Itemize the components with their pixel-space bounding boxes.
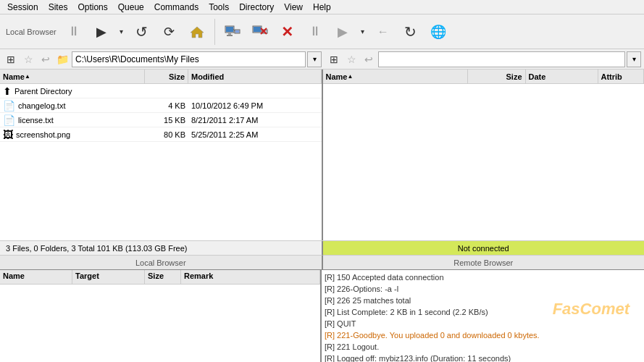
log-line: [R] 226 25 matches total <box>325 295 641 306</box>
svg-rect-6 <box>235 30 239 33</box>
text-file-icon: 📄 <box>3 114 15 126</box>
local-pane: Name Size Modified ⬆Parent Directory 📄ch… <box>0 70 323 240</box>
remote-status: Not connected <box>323 241 645 255</box>
path-input-right[interactable] <box>378 51 625 67</box>
log-pane: [R] 150 Accepted data connection[R] 226-… <box>322 270 644 362</box>
file-name-cell: 📄license.txt <box>0 113 145 127</box>
local-file-row[interactable]: 📄changelog.txt 4 KB 10/10/2012 6:49 PM <box>0 98 322 113</box>
connect-button[interactable] <box>219 19 246 45</box>
path-dropdown-left[interactable]: ▾ <box>307 51 322 67</box>
menu-sites[interactable]: Sites <box>44 1 72 14</box>
svg-rect-2 <box>226 27 233 32</box>
path-toolbar: ⊞ ☆ ↩ 📁 ▾ ⊞ ☆ ↩ ▾ <box>0 49 644 70</box>
log-line: [R] 226-Options: -a -l <box>325 283 641 295</box>
menu-session[interactable]: Session <box>3 1 43 14</box>
local-file-row[interactable]: 🖼screenshot.png 80 KB 5/25/2011 2:25 AM <box>0 127 322 142</box>
file-name: changelog.txt <box>18 101 65 110</box>
menu-queue[interactable]: Queue <box>114 1 149 14</box>
log-line: [R] 150 Accepted data connection <box>325 272 641 283</box>
navigate-back-right-button[interactable]: ↩ <box>361 51 377 67</box>
log-line: [R] List Complete: 2 KB in 1 second (2.2… <box>325 306 641 318</box>
menu-tools[interactable]: Tools <box>204 1 233 14</box>
disconnect-active-icon <box>252 24 268 40</box>
home-button[interactable] <box>184 19 210 45</box>
file-name: Parent Directory <box>14 87 72 96</box>
remote-col-attrib-header[interactable]: Attrib <box>598 70 645 83</box>
log-line: [R] Logged off: mybiz123.info (Duration:… <box>325 353 641 362</box>
pane-icon-right-button[interactable]: ⊞ <box>326 51 342 67</box>
pause-right-button[interactable]: ⏸ <box>302 19 328 45</box>
queue-pane: Name Target Size Remark <box>0 270 322 362</box>
file-size-cell <box>145 90 188 93</box>
queue-header: Name Target Size Remark <box>0 270 320 285</box>
path-toolbar-left: ⊞ ☆ ↩ 📁 ▾ <box>3 51 325 67</box>
file-name-cell: ⬆Parent Directory <box>0 84 145 98</box>
svg-rect-4 <box>227 35 233 36</box>
back-right-button[interactable]: ← <box>370 19 396 45</box>
file-modified-cell: 5/25/2011 2:25 AM <box>188 129 322 140</box>
queue-col-target: Target <box>72 270 145 284</box>
svg-rect-9 <box>254 27 261 32</box>
menu-view[interactable]: View <box>280 1 307 14</box>
remote-file-list-header: Name Size Date Attrib <box>323 70 645 84</box>
queue-col-size: Size <box>145 270 181 284</box>
local-file-list-body[interactable]: ⬆Parent Directory 📄changelog.txt 4 KB 10… <box>0 84 322 240</box>
main-toolbar: Local Browser ⏸ ▶ ▾ ↺ ⟳ <box>0 14 644 49</box>
refresh-button[interactable]: ↺ <box>129 19 155 45</box>
remote-file-list-body[interactable] <box>323 84 645 240</box>
queue-col-remark: Remark <box>181 270 320 284</box>
file-modified-cell <box>188 90 322 93</box>
pause-button[interactable]: ⏸ <box>61 19 87 45</box>
toolbar-right-section: ✕ ⏸ ▶ ▾ ← ↻ 🌐 <box>219 16 451 47</box>
local-col-size-header[interactable]: Size <box>145 70 188 83</box>
file-name-cell: 🖼screenshot.png <box>0 127 145 142</box>
path-dropdown-right[interactable]: ▾ <box>627 51 641 67</box>
play-right-button[interactable]: ▶ <box>330 19 356 45</box>
sync-button[interactable]: ⟳ <box>156 19 183 45</box>
log-line: [R] 221-Goodbye. You uploaded 0 and down… <box>325 329 641 341</box>
file-size-cell: 4 KB <box>145 100 188 111</box>
file-modified-cell: 10/10/2012 6:49 PM <box>188 100 322 111</box>
menu-help[interactable]: Help <box>309 1 335 14</box>
status-bar: 3 Files, 0 Folders, 3 Total 101 KB (113.… <box>0 240 644 255</box>
local-browser-label: Local Browser <box>3 28 59 36</box>
star-left-button[interactable]: ☆ <box>20 51 36 67</box>
local-file-row[interactable]: 📄license.txt 15 KB 8/21/2011 2:17 AM <box>0 113 322 127</box>
remote-col-name-header[interactable]: Name <box>323 70 468 83</box>
remote-pane: Name Size Date Attrib <box>323 70 645 240</box>
local-status: 3 Files, 0 Folders, 3 Total 101 KB (113.… <box>0 241 323 255</box>
menu-options[interactable]: Options <box>73 1 112 14</box>
refresh-right-button[interactable]: ↻ <box>398 19 424 45</box>
path-input-left[interactable] <box>72 51 306 67</box>
globe-button[interactable]: 🌐 <box>425 19 451 45</box>
toolbar-left-section: Local Browser ⏸ ▶ ▾ ↺ ⟳ <box>3 16 210 47</box>
log-line: [R] QUIT <box>325 318 641 329</box>
disconnect-active-button[interactable] <box>247 19 273 45</box>
local-col-modified-header[interactable]: Modified <box>188 70 322 83</box>
local-file-list-header: Name Size Modified <box>0 70 322 84</box>
log-line: [R] 221 Logout. <box>325 341 641 353</box>
play-dropdown-button[interactable]: ▾ <box>116 19 127 45</box>
main-area: Name Size Modified ⬆Parent Directory 📄ch… <box>0 70 644 240</box>
remote-col-date-header[interactable]: Date <box>526 70 598 83</box>
pane-icon-left-button[interactable]: ⊞ <box>3 51 19 67</box>
menu-commands[interactable]: Commands <box>150 1 203 14</box>
bottom-section: Name Target Size Remark [R] 150 Accepted… <box>0 269 644 362</box>
toolbar-divider-center <box>214 19 215 45</box>
remote-col-size-header[interactable]: Size <box>468 70 526 83</box>
menu-bar: Session Sites Options Queue Commands Too… <box>0 0 644 14</box>
folder-icon-left: 📁 <box>57 54 69 65</box>
play-dropdown-right-button[interactable]: ▾ <box>357 19 369 45</box>
queue-body[interactable] <box>0 285 320 362</box>
local-file-row[interactable]: ⬆Parent Directory <box>0 84 322 98</box>
menu-directory[interactable]: Directory <box>235 1 278 14</box>
image-file-icon: 🖼 <box>3 129 13 140</box>
navigate-back-left-button[interactable]: ↩ <box>38 51 54 67</box>
text-file-icon: 📄 <box>3 100 15 111</box>
disconnect-button[interactable]: ✕ <box>275 19 301 45</box>
local-col-name-header[interactable]: Name <box>0 70 145 83</box>
svg-rect-3 <box>228 33 231 35</box>
star-right-button[interactable]: ☆ <box>343 51 359 67</box>
file-size-cell: 80 KB <box>145 129 188 140</box>
play-button[interactable]: ▶ <box>88 19 114 45</box>
